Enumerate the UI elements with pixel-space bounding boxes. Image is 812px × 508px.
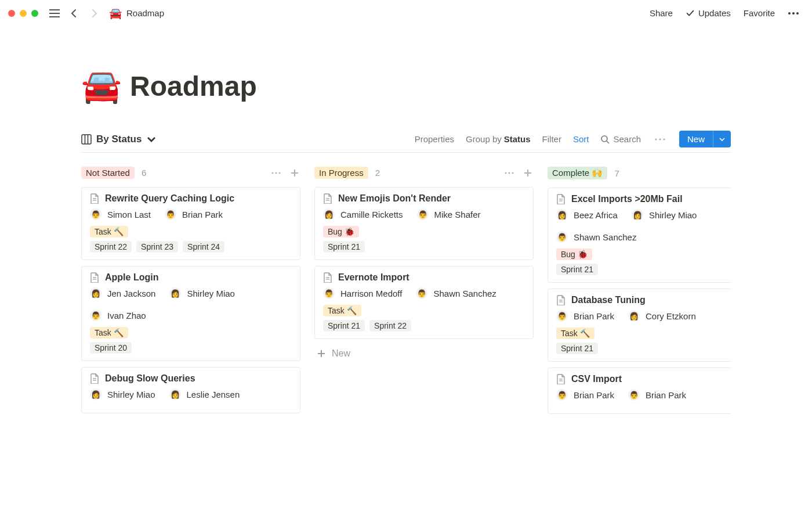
column-header: In Progress2 [314, 164, 534, 187]
new-button-label[interactable]: New [679, 131, 713, 147]
search-icon [600, 135, 610, 144]
person-name: Shawn Sanchez [433, 289, 496, 298]
avatar-icon: 👩 [90, 388, 102, 400]
breadcrumb[interactable]: 🚘 Roadmap [109, 7, 164, 20]
card-title: CSV Import [571, 374, 622, 384]
column-label[interactable]: Complete 🙌 [548, 167, 607, 179]
sprint-tag: Sprint 22 [369, 320, 411, 332]
person-chip: 👨Brian Park [628, 389, 686, 401]
svg-point-27 [512, 172, 514, 174]
nav-forward-button[interactable] [86, 5, 102, 21]
card-sprint-tags: Sprint 20 [90, 342, 292, 354]
view-selector[interactable]: By Status [81, 134, 157, 145]
person-chip: 👩Camille Ricketts [323, 208, 403, 220]
board-card[interactable]: Rewrite Query Caching Logic👨Simon Last👨B… [81, 187, 300, 260]
page-title[interactable]: 🚘 Roadmap [81, 67, 731, 105]
page-icon [90, 272, 99, 283]
maximize-window-icon[interactable] [31, 10, 38, 17]
column-options-button[interactable] [503, 171, 515, 175]
card-people: 👨Brian Park👩Cory Etzkorn [556, 310, 731, 322]
avatar-icon: 👨 [323, 287, 335, 299]
avatar-icon: 👩 [169, 287, 181, 299]
column-label[interactable]: Not Started [81, 167, 135, 179]
avatar-icon: 👩 [169, 388, 181, 400]
person-name: Shirley Miao [649, 210, 697, 220]
column-header: Complete 🙌7 [548, 164, 731, 188]
person-name: Brian Park [646, 390, 686, 400]
board-card[interactable]: New Emojis Don't Render👩Camille Ricketts… [314, 187, 534, 260]
search-button[interactable]: Search [600, 134, 641, 144]
page-emoji-icon: 🚘 [109, 7, 122, 20]
svg-point-26 [509, 172, 510, 174]
svg-point-9 [601, 136, 607, 142]
board-view-icon [81, 134, 92, 145]
card-sprint-tags: Sprint 22Sprint 23Sprint 24 [90, 241, 292, 253]
person-name: Harrison Medoff [340, 289, 402, 298]
page-icon [556, 295, 566, 305]
avatar-icon: 👨 [556, 231, 568, 243]
updates-button[interactable]: Updates [681, 6, 735, 20]
sort-button[interactable]: Sort [573, 134, 589, 144]
new-record-button[interactable]: New [679, 131, 731, 147]
add-card-label: New [332, 348, 350, 359]
more-menu-button[interactable] [783, 10, 804, 17]
properties-button[interactable]: Properties [415, 134, 454, 144]
person-name: Shawn Sanchez [574, 232, 636, 242]
sprint-tag: Sprint 23 [136, 241, 178, 253]
person-chip: 👩Cory Etzkorn [628, 310, 696, 322]
svg-point-12 [659, 138, 661, 140]
person-chip: 👩Shirley Miao [632, 209, 697, 221]
add-card-button[interactable]: New [314, 345, 534, 362]
person-chip: 👩Shirley Miao [169, 287, 235, 299]
share-button[interactable]: Share [645, 6, 677, 20]
minimize-window-icon[interactable] [20, 10, 27, 17]
person-name: Simon Last [107, 210, 151, 219]
avatar-icon: 👩 [323, 208, 335, 220]
svg-point-14 [272, 172, 274, 174]
column-add-button[interactable] [522, 167, 534, 179]
view-options-button[interactable] [652, 137, 668, 142]
board-card[interactable]: Excel Imports >20Mb Fail👩Beez Africa👩Shi… [548, 188, 731, 283]
board-card[interactable]: Debug Slow Queries👩Shirley Miao👩Leslie J… [81, 367, 300, 413]
card-title: Database Tuning [571, 295, 646, 305]
person-chip: 👩Shirley Miao [90, 388, 155, 400]
board-card[interactable]: Evernote Import👨Harrison Medoff👨Shawn Sa… [314, 266, 534, 339]
nav-back-button[interactable] [66, 5, 82, 21]
person-name: Jen Jackson [107, 289, 155, 298]
avatar-icon: 👨 [556, 310, 568, 322]
page-title-text: Roadmap [130, 70, 257, 102]
person-name: Brian Park [574, 390, 614, 400]
person-name: Camille Ricketts [340, 210, 403, 219]
card-sprint-tags: Sprint 21 [556, 343, 731, 354]
svg-point-15 [276, 172, 277, 174]
card-type-tags: Task 🔨 [90, 226, 292, 237]
close-window-icon[interactable] [8, 10, 15, 17]
card-people: 👨Harrison Medoff👨Shawn Sanchez [323, 287, 525, 299]
avatar-icon: 👩 [632, 209, 643, 221]
group-by-button[interactable]: Group by Status [466, 134, 531, 144]
person-chip: 👨Shawn Sanchez [556, 231, 636, 243]
card-title: Apple Login [105, 272, 158, 283]
avatar-icon: 👩 [556, 209, 568, 221]
person-chip: 👩Leslie Jensen [169, 388, 240, 400]
column-count: 6 [142, 168, 146, 178]
person-chip: 👨Ivan Zhao [90, 309, 146, 321]
favorite-button[interactable]: Favorite [739, 6, 780, 20]
column-add-button[interactable] [289, 167, 300, 179]
person-chip: 👩Jen Jackson [90, 287, 155, 299]
column-label[interactable]: In Progress [314, 167, 368, 179]
board-column: In Progress2New Emojis Don't Render👩Cami… [314, 164, 534, 420]
page-icon [556, 194, 566, 204]
board-column: Not Started6Rewrite Query Caching Logic👨… [81, 164, 300, 420]
filter-button[interactable]: Filter [542, 134, 561, 144]
person-name: Leslie Jensen [187, 390, 240, 399]
board-card[interactable]: Database Tuning👨Brian Park👩Cory EtzkornT… [548, 289, 731, 362]
sidebar-toggle-button[interactable] [46, 5, 63, 21]
column-options-button[interactable] [270, 171, 282, 175]
new-button-dropdown[interactable] [713, 131, 731, 147]
window-traffic-lights[interactable] [8, 10, 38, 17]
card-sprint-tags: Sprint 21 [556, 264, 731, 275]
board-card[interactable]: Apple Login👩Jen Jackson👩Shirley Miao👨Iva… [81, 266, 300, 361]
ellipsis-icon [788, 12, 799, 15]
board-card[interactable]: CSV Import👨Brian Park👨Brian Park [548, 368, 731, 414]
